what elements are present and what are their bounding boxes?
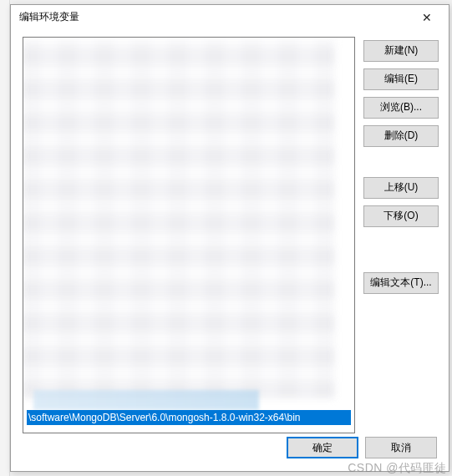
titlebar: 编辑环境变量 ✕ xyxy=(11,5,449,30)
list-item-selected[interactable]: \software\MongoDB\Server\6.0\mongosh-1.8… xyxy=(27,410,351,425)
redacted-items xyxy=(23,39,335,398)
spacer xyxy=(363,154,439,170)
close-button[interactable]: ✕ xyxy=(410,7,444,28)
edit-env-var-dialog: 编辑环境变量 ✕ \software\MongoDB\Server\6.0\mo… xyxy=(10,4,449,472)
edit-button[interactable]: 编辑(E) xyxy=(363,68,439,90)
dialog-content: \software\MongoDB\Server\6.0\mongosh-1.8… xyxy=(11,30,449,433)
path-listbox[interactable]: \software\MongoDB\Server\6.0\mongosh-1.8… xyxy=(23,37,355,433)
move-down-button[interactable]: 下移(O) xyxy=(363,205,439,227)
delete-button[interactable]: 删除(D) xyxy=(363,125,439,147)
browse-button[interactable]: 浏览(B)... xyxy=(363,97,439,119)
path-listbox-scroll[interactable]: \software\MongoDB\Server\6.0\mongosh-1.8… xyxy=(23,38,354,433)
side-button-column: 新建(N) 编辑(E) 浏览(B)... 删除(D) 上移(U) 下移(O) 编… xyxy=(363,37,439,433)
close-icon: ✕ xyxy=(422,11,432,24)
move-up-button[interactable]: 上移(U) xyxy=(363,177,439,199)
cancel-button[interactable]: 取消 xyxy=(365,437,437,458)
ok-button[interactable]: 确定 xyxy=(287,437,358,458)
dialog-footer: 确定 取消 xyxy=(11,433,449,471)
path-listbox-inner: \software\MongoDB\Server\6.0\mongosh-1.8… xyxy=(25,39,353,433)
edit-text-button[interactable]: 编辑文本(T)... xyxy=(363,272,439,294)
new-button[interactable]: 新建(N) xyxy=(363,40,439,62)
spacer xyxy=(363,234,439,266)
redacted-highlight xyxy=(33,390,259,410)
background-panel-left xyxy=(0,0,10,476)
dialog-title: 编辑环境变量 xyxy=(19,10,410,24)
